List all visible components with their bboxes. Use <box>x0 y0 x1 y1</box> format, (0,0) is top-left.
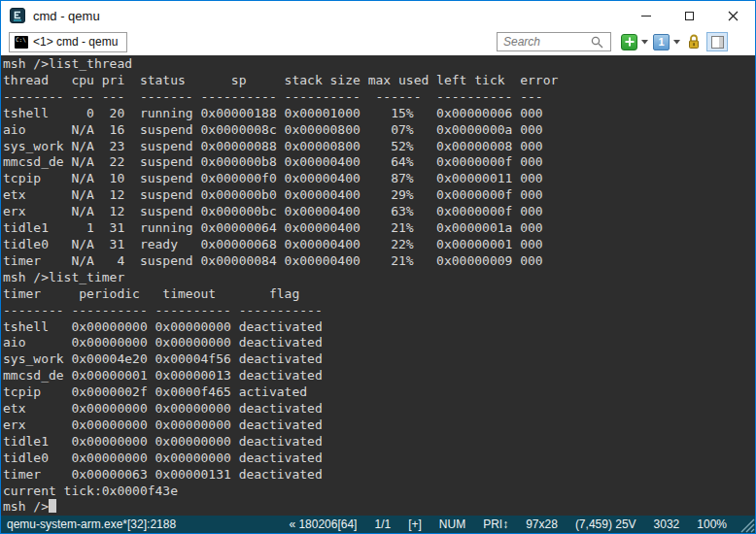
maximize-icon <box>685 12 694 20</box>
active-console-button[interactable]: 1 <box>653 34 670 50</box>
status-cell[interactable]: 100% <box>688 517 736 531</box>
minimize-icon <box>641 16 651 17</box>
console-list-dropdown-icon[interactable] <box>673 40 680 45</box>
terminal-cursor <box>49 499 56 513</box>
conemu-app-icon <box>10 8 25 23</box>
titlebar: cmd - qemu <box>1 1 755 30</box>
new-console-button[interactable] <box>621 34 637 50</box>
panel-toggle-button[interactable] <box>706 32 728 51</box>
search-box <box>497 32 611 51</box>
status-cell[interactable]: [+] <box>399 517 430 531</box>
status-bar: qemu-system-arm.exe*[32]:2188 « 180206[6… <box>1 516 755 533</box>
prompt-line: msh /> <box>3 499 755 516</box>
close-icon <box>728 11 739 21</box>
search-input[interactable] <box>503 35 591 49</box>
tab-label: <1> cmd - qemu <box>33 35 118 49</box>
status-cells: « 180206[64]1/1[+]NUMPRI↕97x28(7,459) 25… <box>280 517 736 531</box>
panel-icon <box>711 36 724 49</box>
new-console-dropdown-icon[interactable] <box>641 40 648 45</box>
status-cell[interactable]: « 180206[64] <box>280 517 365 531</box>
tab-toolbar: C:\ <1> cmd - qemu 1 <box>1 30 755 55</box>
minimize-button[interactable] <box>624 2 668 30</box>
resize-grip[interactable] <box>736 516 755 533</box>
close-button[interactable] <box>711 2 755 30</box>
status-cell[interactable]: NUM <box>430 517 474 531</box>
lock-icon[interactable] <box>685 33 703 50</box>
status-cell[interactable]: 3032 <box>645 517 689 531</box>
maximize-button[interactable] <box>668 2 711 30</box>
status-cell[interactable]: 97x28 <box>517 517 567 531</box>
status-cell[interactable]: (7,459) 25V <box>567 517 645 531</box>
conemu-window: cmd - qemu C:\ <1> cmd - qemu 1 <box>0 0 756 534</box>
status-cell[interactable]: 1/1 <box>365 517 399 531</box>
status-process-name: qemu-system-arm.exe*[32]:2188 <box>1 517 280 531</box>
terminal-output: msh />list_thread thread cpu pri status … <box>3 56 755 499</box>
tab-cmd-qemu[interactable]: C:\ <1> cmd - qemu <box>9 32 127 52</box>
main-menu-button[interactable] <box>732 34 749 50</box>
cmd-icon: C:\ <box>15 36 28 49</box>
status-cell[interactable]: PRI↕ <box>474 517 517 531</box>
window-title: cmd - qemu <box>33 9 624 23</box>
search-icon[interactable] <box>591 36 603 49</box>
shell-prompt: msh /> <box>3 499 49 514</box>
terminal-pane[interactable]: msh />list_thread thread cpu pri status … <box>1 55 755 516</box>
